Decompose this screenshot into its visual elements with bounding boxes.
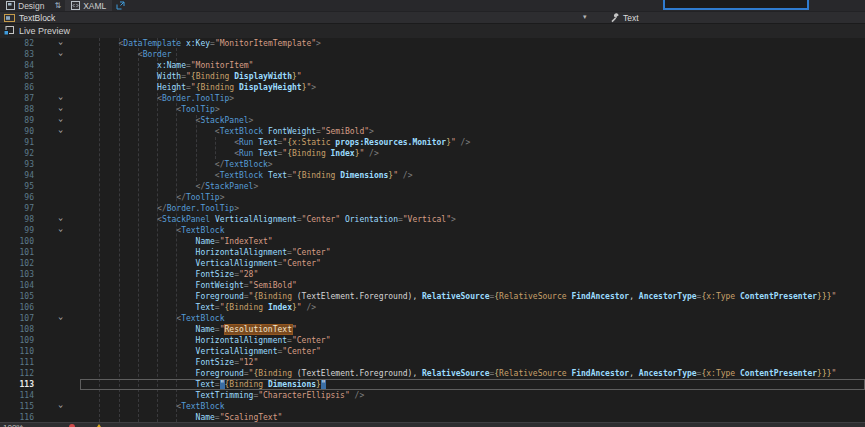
code-line[interactable]: 99›<TextBlock [0,225,865,236]
design-icon [6,1,15,10]
line-number: 111 [0,357,34,368]
fold-chevron-icon[interactable]: › [55,118,66,123]
fold-margin: › [34,49,80,60]
fold-chevron-icon[interactable]: › [55,129,66,134]
code-line[interactable]: 82›<DataTemplate x:Key="MonitorItemTempl… [0,38,865,49]
swap-panes-button[interactable]: ⇅ [50,1,65,10]
code-line[interactable]: 87›<Border.ToolTip> [0,93,865,104]
line-number: 96 [0,192,34,203]
code-line[interactable]: 101HorizontalAlignment="Center" [0,247,865,258]
code-text: <Border.ToolTip> [80,93,865,104]
fold-margin [34,302,80,313]
code-line[interactable]: 110VerticalAlignment="Center" [0,346,865,357]
code-line[interactable]: 111FontSize="12" [0,357,865,368]
code-text: <StackPanel VerticalAlignment="Center" O… [80,214,865,225]
fold-margin [34,60,80,71]
fold-margin [34,324,80,335]
fold-margin: › [34,104,80,115]
code-text: Width="{Binding DisplayWidth}" [80,71,865,82]
code-text: Text="{Binding Index}" /> [80,302,865,313]
fold-margin [34,412,80,422]
fold-margin: › [34,401,80,412]
code-text: Name="ScalingText" [80,412,865,422]
code-line[interactable]: 97</Border.ToolTip> [0,203,865,214]
fold-margin: › [34,214,80,225]
code-line[interactable]: 93</TextBlock> [0,159,865,170]
code-line[interactable]: 90›<TextBlock FontWeight="SemiBold"> [0,126,865,137]
fold-margin: › [34,38,80,49]
line-number: 93 [0,159,34,170]
breadcrumb[interactable]: TextBlock [4,13,55,23]
design-tab-label: Design [18,1,44,11]
code-line[interactable]: 92<Run Text="{Binding Index}" /> [0,148,865,159]
wrench-icon [610,13,620,23]
fold-chevron-icon[interactable]: › [55,52,66,57]
code-line[interactable]: 102VerticalAlignment="Center" [0,258,865,269]
code-line[interactable]: 109HorizontalAlignment="Center" [0,335,865,346]
line-number: 94 [0,170,34,181]
line-number: 115 [0,401,34,412]
line-number: 109 [0,335,34,346]
code-text: <TextBlock FontWeight="SemiBold"> [80,126,865,137]
code-line[interactable]: 95</StackPanel> [0,181,865,192]
fold-chevron-icon[interactable]: › [55,404,66,409]
fold-margin [34,357,80,368]
code-line[interactable]: 100Name="IndexText" [0,236,865,247]
code-line[interactable]: 105Foreground="{Binding (TextElement.For… [0,291,865,302]
code-line[interactable]: 112Foreground="{Binding (TextElement.For… [0,368,865,379]
fold-margin [34,346,80,357]
code-line[interactable]: 96</ToolTip> [0,192,865,203]
fold-margin [34,335,80,346]
line-number: 101 [0,247,34,258]
code-line[interactable]: 103FontSize="28" [0,269,865,280]
code-lines: 82›<DataTemplate x:Key="MonitorItemTempl… [0,38,865,422]
fold-chevron-icon[interactable]: › [55,316,66,321]
code-line[interactable]: 106Text="{Binding Index}" /> [0,302,865,313]
code-line[interactable]: 113Text="{Binding Dimensions}" [0,379,865,390]
line-number: 107 [0,313,34,324]
design-tab[interactable]: Design [0,0,50,11]
popout-pane-button[interactable] [112,1,129,10]
code-line[interactable]: 114TextTrimming="CharacterEllipsis" /> [0,390,865,401]
code-line[interactable]: 85Width="{Binding DisplayWidth}" [0,71,865,82]
code-text: Name="IndexText" [80,236,865,247]
code-line[interactable]: 98›<StackPanel VerticalAlignment="Center… [0,214,865,225]
code-text: <TextBlock [80,313,865,324]
code-text: </Border.ToolTip> [80,203,865,214]
code-line[interactable]: 104FontWeight="SemiBold" [0,280,865,291]
code-line[interactable]: 83›<Border [0,49,865,60]
fold-chevron-icon[interactable]: › [55,228,66,233]
code-line[interactable]: 107›<TextBlock [0,313,865,324]
xaml-code-editor[interactable]: 82›<DataTemplate x:Key="MonitorItemTempl… [0,38,865,422]
line-number: 84 [0,60,34,71]
fold-chevron-icon[interactable]: › [55,107,66,112]
code-line[interactable]: 86Height="{Binding DisplayHeight}"> [0,82,865,93]
element-icon [4,14,15,22]
code-line[interactable]: 115›<TextBlock [0,401,865,412]
xaml-tab[interactable]: XAML [65,0,112,11]
code-text: VerticalAlignment="Center" [80,258,865,269]
code-line[interactable]: 116Name="ScalingText" [0,412,865,422]
live-preview-header[interactable]: Live Preview [0,23,865,38]
line-number: 85 [0,71,34,82]
code-line[interactable]: 84x:Name="MonitorItem" [0,60,865,71]
line-number: 91 [0,137,34,148]
code-line[interactable]: 94<TextBlock Text="{Binding Dimensions}"… [0,170,865,181]
line-number: 100 [0,236,34,247]
line-number: 92 [0,148,34,159]
fold-chevron-icon[interactable]: › [55,217,66,222]
fold-margin [34,247,80,258]
code-text: Foreground="{Binding (TextElement.Foregr… [80,291,865,302]
code-line[interactable]: 89›<StackPanel> [0,115,865,126]
code-text: VerticalAlignment="Center" [80,346,865,357]
code-text: Name="ResolutionText" [80,324,865,335]
code-line[interactable]: 108Name="ResolutionText" [0,324,865,335]
fold-chevron-icon[interactable]: › [55,41,66,46]
fold-chevron-icon[interactable]: › [55,96,66,101]
code-line[interactable]: 91<Run Text="{x:Static props:Resources.M… [0,137,865,148]
code-line[interactable]: 88›<ToolTip> [0,104,865,115]
zoom-level[interactable]: 100% [3,423,23,427]
code-text: <StackPanel> [80,115,865,126]
breadcrumb-dropdown[interactable]: ▾ [583,13,587,21]
fold-margin [34,148,80,159]
